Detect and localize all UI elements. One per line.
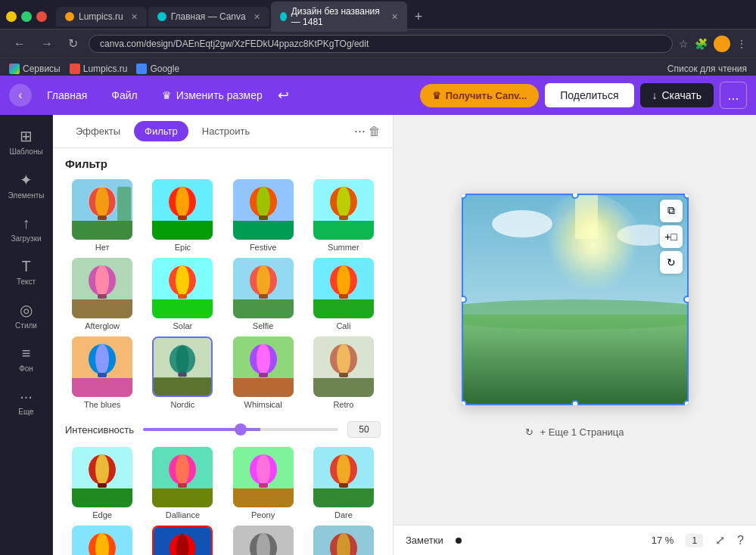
sidebar-item-uploads[interactable]: ↑ Загрузки [4, 209, 49, 249]
bookmark-reading-list[interactable]: Список для чтения [667, 64, 747, 74]
filter-scroll-area[interactable]: Нет Epic [53, 173, 393, 555]
sidebar-item-more[interactable]: ··· Еще [4, 382, 49, 422]
undo-button[interactable]: ↩ [278, 87, 289, 104]
add-page-row[interactable]: ↻ + Еще 1 Страница [516, 417, 633, 447]
fullscreen-button[interactable]: ⤢ [715, 533, 725, 547]
filter-item-epic[interactable]: Epic [145, 179, 219, 252]
filter-item-afterglow[interactable]: Afterglow [65, 258, 139, 330]
svg-point-34 [257, 265, 270, 296]
file-button[interactable]: Файл [102, 85, 146, 106]
filter-item-theblues[interactable]: The blues [65, 336, 139, 409]
filter-thumb-festive [233, 179, 294, 240]
help-button[interactable]: ? [737, 534, 744, 547]
sidebar-item-templates[interactable]: ⊞ Шаблоны [4, 121, 49, 162]
tab-filter[interactable]: Фильтр [134, 121, 188, 141]
copy-button[interactable]: ⧉ [660, 200, 683, 222]
filter-label-dare: Dare [334, 510, 353, 519]
svg-rect-31 [152, 299, 213, 318]
filter-item-retro[interactable]: Retro [306, 336, 381, 409]
filter-item-selfie[interactable]: Selfie [226, 258, 300, 330]
filter-label-nordic: Nordic [170, 400, 194, 409]
share-button[interactable]: Поделиться [545, 83, 633, 107]
filter-item-edge[interactable]: Edge [65, 447, 139, 519]
profile-avatar[interactable] [714, 36, 730, 52]
tab-customize[interactable]: Настроить [191, 121, 261, 141]
filter-item-festive[interactable]: Festive [226, 179, 300, 252]
filter-item-rosie[interactable]: Rosie [65, 526, 139, 555]
filter-label-peony: Peony [251, 510, 275, 519]
filter-item-nordic[interactable]: Nordic [145, 336, 219, 409]
bottom-bar: Заметки 17 % 1 ⤢ ? [394, 525, 756, 555]
minimize-button[interactable] [6, 11, 17, 22]
filter-item-cali[interactable]: Cali [306, 258, 381, 330]
address-input[interactable]: canva.com/design/DAEnEqtj2gw/XzFEDkU4ppa… [89, 35, 673, 53]
filter-thumb-summer [313, 179, 374, 240]
tab-close-button[interactable]: ✕ [391, 12, 398, 22]
reload-button[interactable]: ↻ [64, 35, 82, 52]
filter-item-whimsical[interactable]: Whimsical [226, 336, 300, 409]
intensity-slider[interactable] [143, 428, 338, 431]
filter-item-peony[interactable]: Peony [226, 447, 300, 519]
filter-delete-button[interactable]: 🗑 [369, 125, 381, 138]
resize-button[interactable]: ♛ Изменить размер [153, 85, 272, 106]
svg-rect-55 [259, 373, 268, 377]
svg-rect-41 [313, 299, 374, 318]
home-button[interactable]: Главная [38, 85, 96, 106]
notes-label: Заметки [406, 535, 443, 546]
svg-rect-71 [152, 488, 213, 507]
tab-canva-design[interactable]: Дизайн без названия — 1481 ✕ [271, 2, 407, 32]
filter-item-greyscale[interactable]: Greyscale [226, 526, 300, 555]
filter-item-dare[interactable]: Dare [306, 447, 381, 519]
maximize-button[interactable] [21, 11, 32, 22]
back-to-home-button[interactable]: ‹ [9, 84, 32, 107]
canvas-tools: ⧉ +□ ↻ [660, 200, 683, 274]
sidebar-item-background[interactable]: ≡ Фон [4, 339, 49, 379]
new-tab-button[interactable]: + [409, 6, 429, 28]
menu-icon[interactable]: ⋮ [736, 38, 747, 50]
extensions-icon[interactable]: 🧩 [695, 38, 708, 50]
svg-rect-21 [313, 221, 374, 240]
filter-more-button[interactable]: ··· [354, 123, 366, 139]
filter-item-dalliance[interactable]: Dalliance [145, 447, 219, 519]
filter-thumb-cali [313, 258, 374, 318]
svg-point-39 [337, 265, 350, 296]
more-options-button[interactable]: ... [720, 82, 747, 109]
svg-point-103 [526, 194, 647, 315]
bookmark-google[interactable]: Google [136, 64, 179, 74]
bookmark-star-icon[interactable]: ☆ [679, 38, 689, 50]
back-nav-button[interactable]: ← [9, 36, 30, 52]
add-button[interactable]: +□ [660, 225, 683, 248]
filter-item-street[interactable]: Street [306, 526, 381, 555]
tab-effects[interactable]: Эффекты [65, 121, 131, 141]
download-button[interactable]: ↓ Скачать [640, 83, 714, 107]
canvas-image [462, 194, 689, 405]
tab-canva-home[interactable]: Главная — Canva ✕ [148, 7, 269, 26]
filter-item-drama[interactable]: Drama [145, 526, 219, 555]
filter-label-cali: Cali [336, 321, 350, 330]
filter-panel: Эффекты Фильтр Настроить ··· 🗑 Фильтр [53, 115, 394, 555]
intensity-label: Интенсивность [65, 424, 134, 436]
sidebar-item-text[interactable]: T Текст [4, 252, 49, 292]
canvas-page[interactable]: ⧉ +□ ↻ [462, 194, 689, 405]
tab-lumpics[interactable]: Lumpics.ru ✕ [56, 7, 147, 26]
filter-thumb-drama [152, 526, 213, 555]
bookmark-lumpics[interactable]: Lumpics.ru [70, 64, 128, 74]
get-canva-button[interactable]: ♛ Получить Canv... [420, 84, 539, 107]
tab-close-button[interactable]: ✕ [131, 12, 138, 22]
tab-close-button[interactable]: ✕ [254, 12, 260, 22]
canvas-scroll[interactable]: ⧉ +□ ↻ ↻ + Еще 1 Страница [394, 115, 756, 525]
bookmark-services[interactable]: Сервисы [9, 64, 61, 74]
sidebar-item-elements[interactable]: ✦ Элементы [4, 165, 49, 206]
close-button[interactable] [36, 11, 47, 22]
rotate-button[interactable]: ↻ [660, 251, 683, 274]
filter-item-summer[interactable]: Summer [306, 179, 381, 252]
filter-label-whimsical: Whimsical [244, 400, 282, 409]
filter-item-none[interactable]: Нет [65, 179, 139, 252]
filter-item-solar[interactable]: Solar [145, 258, 219, 330]
svg-rect-46 [72, 378, 132, 397]
filter-thumb-retro [313, 336, 374, 397]
svg-point-108 [462, 299, 689, 330]
sidebar-item-styles[interactable]: ◎ Стили [4, 295, 49, 336]
filter-label-theblues: The blues [84, 400, 120, 409]
forward-nav-button[interactable]: → [36, 36, 58, 52]
